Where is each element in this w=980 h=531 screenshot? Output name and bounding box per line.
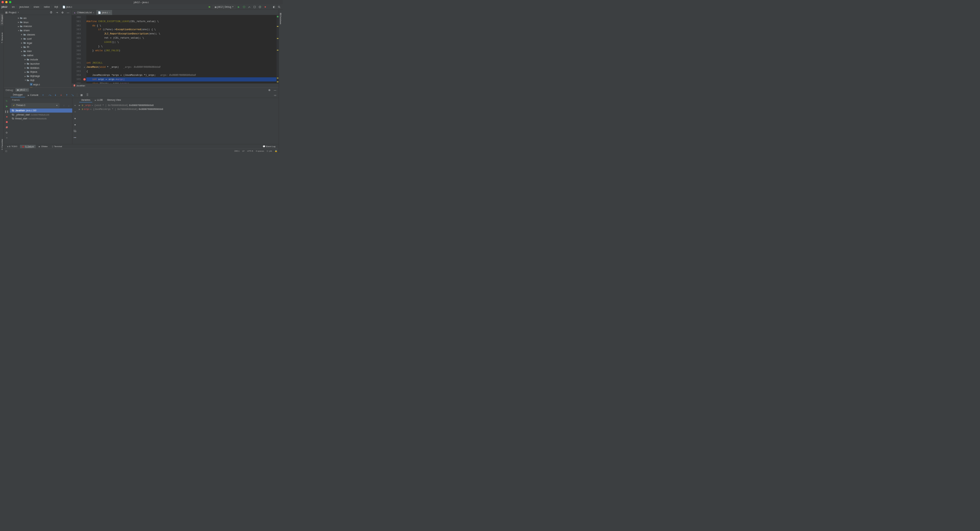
up-button[interactable]: ▲ [73,116,77,120]
lock-icon[interactable]: 🔒 [275,149,277,152]
stop-button[interactable]: ■ [263,5,267,9]
pin-icon[interactable]: » [5,136,9,140]
tree-node-native[interactable]: ▼native [4,53,72,57]
indent[interactable]: 4 spaces [256,150,264,152]
attach-button[interactable] [258,5,262,9]
tab-cmake[interactable]: ▲CMake [36,145,49,148]
debug-settings-icon[interactable]: ✿ [267,88,271,92]
frame-thread_start[interactable]: ⿻ thread_start 0x00007fff68af6b8b [10,117,72,121]
mute-breakpoints-button[interactable] [5,126,9,129]
tree-node-classes[interactable]: ▶classes [4,32,72,37]
settings-icon[interactable]: ✿ [60,11,64,14]
run-configuration-selector[interactable]: ▦ jdk12 | Debug ▼ [213,5,235,9]
tree-node-args-c[interactable]: cargs.c [4,82,72,86]
tree-node-conf[interactable]: ▶conf [4,37,72,41]
tab-eventlog[interactable]: 💬Event Log [261,145,277,148]
debugger-tab[interactable]: Debugger [11,93,25,97]
tool-tab-database[interactable]: 🗄 Database [279,11,282,25]
stripe-warning-mark[interactable] [277,26,278,27]
var-_args[interactable]: ▶ ≡ _args = {void * | 0x70000600dda0} 0x… [79,103,277,108]
remove-watch-button[interactable]: − [73,110,77,114]
tool-tab-structure[interactable]: 7: Structure [0,31,3,45]
marker-gutter[interactable]: ⊖ [83,15,86,83]
code-area[interactable]: #define CHECK_EXCEPTION_LEAVE(CEL_return… [86,15,277,83]
glasses-icon[interactable]: 👓 [73,135,77,140]
tree-node-libjava[interactable]: ▶libjava [4,70,72,74]
debug-more-settings-icon[interactable]: ✿ [5,130,9,135]
project-tree[interactable]: ▶aix▶linux▶macosx▼share▶classes▶conf▶leg… [4,15,72,87]
close-tab-icon[interactable]: × [93,11,94,13]
close-window-button[interactable] [2,1,3,3]
stripe-warning-mark[interactable] [277,38,278,39]
minimize-window-button[interactable] [5,1,7,3]
debug-session-tab[interactable]: ▦ jdk12 × [16,88,29,92]
debug-hide-icon[interactable]: — [273,88,277,92]
tree-node-launcher[interactable]: ▶launcher [4,62,72,66]
crumb-src[interactable]: src [12,6,15,8]
tree-node-libfdlibm[interactable]: ▶libfdlibm [4,66,72,70]
crumb-file[interactable]: java.c [67,6,72,8]
navigation-bar[interactable]: jdk12〉 src〉 java.base〉 share〉 native〉 li… [2,5,72,8]
editor-breadcrumb[interactable]: f JavaMain [72,83,279,87]
tree-node-share[interactable]: ▼share [4,29,72,33]
tab-javac[interactable]: 📄 java.c × [96,10,112,15]
project-dropdown-icon[interactable]: ▼ [18,11,19,13]
hide-icon[interactable]: — [66,11,70,14]
project-title[interactable]: Project [9,11,16,14]
lldb-tab[interactable]: ▶ LLDB [93,98,105,102]
coverage-button[interactable] [248,5,251,9]
thread-selector[interactable]: ✔ Thread-3 ▼ [11,103,59,108]
layout-settings-icon[interactable]: ▭ [273,93,277,97]
search-everywhere-button[interactable] [277,5,281,9]
threads-icon[interactable]: ≡ [41,93,45,97]
memory-tab[interactable]: Memory View [105,98,123,102]
tree-node-include[interactable]: ▶include [4,57,72,62]
tree-node-libjimage[interactable]: ▶libjimage [4,74,72,78]
frame-JavaMain[interactable]: ⿻ JavaMain java.c:395 [10,108,72,113]
var-args[interactable]: ▶ ≡ args = {JavaMainArgs * | 0x70000600d… [79,108,277,111]
run-button[interactable]: ▶ [237,5,240,9]
stripe-warning-mark[interactable] [277,81,278,82]
tool-tab-favorites[interactable]: 2: Favorites [0,137,3,151]
tree-node-linux[interactable]: ▶linux [4,20,72,24]
crumb-native[interactable]: native [44,6,50,8]
stripe-warning-mark[interactable] [277,78,278,78]
error-stripe[interactable] [277,15,278,83]
locate-icon[interactable]: ⦿ [49,11,53,14]
down-button[interactable]: ▼ [73,123,77,127]
next-frame-button[interactable]: ↓ [67,103,71,108]
rerun-button[interactable]: ↻ [5,99,9,103]
step-into-button[interactable] [53,93,57,97]
stripe-warning-mark[interactable] [277,50,278,51]
console-tab[interactable]: ▶ Console [25,93,41,97]
zoom-window-button[interactable] [9,1,11,3]
close-session-icon[interactable]: × [26,89,27,91]
stop-debug-button[interactable]: ■ [5,115,9,119]
variables-tree[interactable]: ▶ ≡ _args = {void * | 0x70000600dda0} 0x… [78,103,278,144]
step-over-button[interactable] [48,93,52,97]
variables-tab[interactable]: Variables [80,98,92,103]
frame-list[interactable]: ⿻ JavaMain java.c:395⿻ _pthread_start 0x… [10,108,72,144]
debug-button[interactable] [242,5,246,9]
tree-node-legal[interactable]: ▶legal [4,41,72,45]
caret-position[interactable]: 395:1 [234,150,240,152]
step-out-button[interactable] [65,93,69,97]
evaluate-button[interactable]: ▦ [80,93,84,97]
add-watch-button[interactable]: + [73,103,77,108]
encoding[interactable]: UTF-8 [247,150,253,152]
layout-button[interactable]: ◧ [272,5,276,9]
copy-button[interactable]: ⿻ [73,129,77,133]
context[interactable]: C: jdk [267,150,272,152]
crumb-project[interactable]: jdk12 [2,6,7,8]
tree-node-aix[interactable]: ▶aix [4,16,72,20]
expand-icon[interactable]: ⇥ [55,11,59,14]
frame-_pthread_start[interactable]: ⿻ _pthread_start 0x00007fff68afb109 [10,113,72,117]
tool-tab-project[interactable]: 1: Project [0,14,3,25]
pause-button[interactable]: ❚❚ [5,110,9,113]
close-tab-icon[interactable]: × [109,11,110,13]
tab-debug[interactable]: 🐞5: Debug [20,145,35,148]
profile-button[interactable] [253,5,257,9]
tree-node-man[interactable]: ▶man [4,49,72,53]
tab-todo[interactable]: ≡6: TODO [5,145,19,148]
run-to-cursor-button[interactable] [71,93,75,97]
